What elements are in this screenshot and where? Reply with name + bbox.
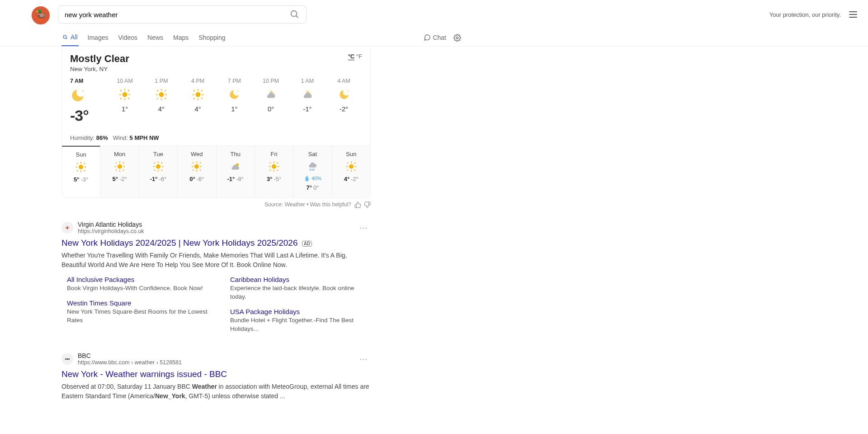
- svg-line-43: [84, 170, 85, 171]
- svg-line-91: [347, 170, 348, 171]
- svg-line-22: [157, 98, 158, 99]
- svg-line-58: [154, 162, 155, 163]
- svg-line-79: [270, 170, 271, 171]
- svg-line-51: [116, 170, 117, 171]
- hourly-temp: -1°: [289, 105, 326, 113]
- daily-col[interactable]: Fri 3°-5°: [255, 146, 293, 197]
- weather-icon: [156, 89, 167, 100]
- sitelink-title[interactable]: Caribbean Holidays: [230, 276, 371, 283]
- chat-label: Chat: [433, 34, 446, 41]
- search-icon[interactable]: [290, 10, 300, 19]
- settings-icon[interactable]: [453, 34, 461, 42]
- daily-col[interactable]: Thu -1°-8°: [217, 146, 255, 197]
- weather-icon: [228, 89, 240, 100]
- svg-line-11: [120, 90, 121, 91]
- sitelink-title[interactable]: All Inclusive Packages: [67, 276, 208, 283]
- sitelink-desc: Experience the laid-back lifestyle. Book…: [230, 284, 371, 301]
- result-menu-icon[interactable]: ⋯: [359, 223, 368, 233]
- hourly-temp: -3°: [70, 107, 107, 124]
- daily-col[interactable]: Sun 5°-3°: [62, 146, 100, 197]
- daily-col[interactable]: Mon 5°-2°: [100, 146, 139, 197]
- hourly-temp: 4°: [179, 105, 216, 113]
- svg-line-20: [157, 90, 158, 91]
- site-name: BBC: [78, 352, 182, 359]
- search-result: ✈ Virgin Atlantic Holidays https://virgi…: [61, 221, 371, 339]
- sitelink: All Inclusive Packages Book Virgin Holid…: [67, 276, 208, 293]
- svg-line-60: [154, 170, 155, 171]
- svg-point-24: [195, 92, 200, 97]
- daily-day: Sun: [332, 151, 370, 157]
- site-logo[interactable]: 🦆: [32, 6, 50, 24]
- hourly-temp: -2°: [326, 105, 362, 113]
- svg-line-40: [77, 163, 78, 164]
- tab-maps[interactable]: Maps: [172, 29, 189, 46]
- svg-line-30: [201, 90, 202, 91]
- unit-f[interactable]: °F: [356, 53, 362, 60]
- svg-line-50: [123, 162, 124, 163]
- tab-shopping[interactable]: Shopping: [198, 29, 226, 46]
- svg-line-83: [314, 169, 314, 171]
- hourly-col: 7 AM -3°: [70, 78, 107, 124]
- svg-line-41: [84, 163, 85, 164]
- svg-point-84: [349, 164, 354, 169]
- site-url: https://www.bbc.com › weather › 5128581: [78, 359, 182, 366]
- daily-day: Fri: [255, 151, 293, 157]
- search-box[interactable]: [58, 5, 307, 24]
- hourly-temp: 1°: [216, 105, 253, 113]
- hourly-col: 1 PM 4°: [143, 78, 180, 124]
- tab-images[interactable]: Images: [87, 29, 109, 46]
- daily-col[interactable]: Tue -1°-6°: [139, 146, 178, 197]
- tab-all[interactable]: All: [61, 29, 79, 46]
- thumbs-up-icon[interactable]: [354, 201, 361, 208]
- svg-point-2: [63, 35, 66, 38]
- ad-badge: AD: [302, 241, 312, 247]
- daily-col[interactable]: Sat 💧 40% 7°0°: [293, 146, 332, 197]
- menu-icon[interactable]: [849, 11, 857, 18]
- header: Your protection, our priority.: [0, 0, 868, 29]
- weather-icon: [191, 161, 202, 172]
- unit-toggle[interactable]: °C °F: [348, 53, 362, 60]
- weather-icon: [70, 88, 85, 103]
- svg-point-33: [238, 91, 239, 91]
- tab-videos[interactable]: Videos: [117, 29, 138, 46]
- svg-line-12: [128, 90, 129, 91]
- daily-col[interactable]: Wed 0°-6°: [178, 146, 216, 197]
- sitelink-title[interactable]: USA Package Holidays: [230, 308, 371, 315]
- svg-line-61: [161, 170, 162, 171]
- weather-icon: [265, 89, 277, 100]
- chat-button[interactable]: Chat: [424, 34, 446, 41]
- daily-temps: 5°-2°: [100, 176, 138, 182]
- svg-line-49: [116, 162, 117, 163]
- svg-line-68: [200, 162, 201, 163]
- svg-point-6: [123, 92, 127, 97]
- result-title[interactable]: New York - Weather warnings issued - BBC: [61, 369, 371, 379]
- weather-location: New York, NY: [70, 66, 129, 72]
- search-small-icon: [62, 34, 68, 40]
- svg-point-62: [194, 164, 199, 169]
- daily-temps: -1°-8°: [217, 176, 255, 182]
- weather-icon: [346, 161, 357, 172]
- tagline: Your protection, our priority.: [769, 11, 841, 18]
- hourly-temp: 1°: [107, 105, 143, 113]
- sitelink-desc: New York Times Square-Best Rooms for the…: [67, 308, 208, 325]
- thumbs-down-icon[interactable]: [364, 201, 371, 208]
- unit-c[interactable]: °C: [348, 53, 355, 60]
- daily-col[interactable]: Sun 4°-2°: [332, 146, 370, 197]
- svg-line-32: [201, 98, 202, 99]
- svg-point-0: [291, 11, 297, 17]
- hourly-time: 4 AM: [326, 78, 362, 84]
- nav-tabs: All Images Videos News Maps Shopping Cha…: [0, 29, 868, 47]
- hourly-time: 7 PM: [216, 78, 253, 84]
- result-title[interactable]: New York Holidays 2024/2025 | New York H…: [61, 238, 371, 248]
- tab-news[interactable]: News: [146, 29, 164, 46]
- svg-point-5: [82, 91, 84, 92]
- svg-line-92: [354, 170, 355, 171]
- sitelink-title[interactable]: Westin Times Square: [67, 299, 208, 307]
- result-desc: Whether You're Travelling With Family Or…: [61, 251, 371, 269]
- search-input[interactable]: [65, 11, 290, 19]
- result-menu-icon[interactable]: ⋯: [359, 354, 368, 364]
- sitelink-desc: Bundle Hotel + Flight Together.-Find The…: [230, 316, 371, 334]
- hourly-col: 7 PM 1°: [216, 78, 253, 124]
- svg-line-21: [165, 90, 165, 91]
- daily-temps: 7°0°: [293, 184, 331, 191]
